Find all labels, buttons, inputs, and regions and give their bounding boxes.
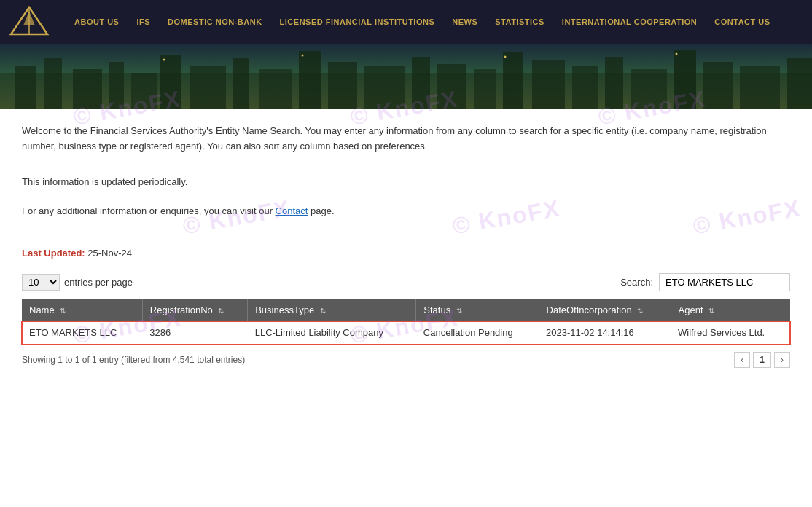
intro-paragraph-3: For any additional information or enquir… [22,204,790,219]
search-control: Search: [620,273,790,291]
table-cell: Cancellation Pending [416,321,539,345]
svg-rect-17 [412,57,430,109]
showing-text: Showing 1 to 1 of 1 entry (filtered from… [22,355,245,365]
svg-rect-14 [299,51,321,109]
pagination: ‹ 1 › [734,352,790,368]
nav-item-about[interactable]: ABOUT US [66,0,128,44]
sort-icon-status: ⇅ [456,307,462,315]
table-header-row: Name ⇅ RegistrationNo ⇅ BusinessType ⇅ S… [22,299,790,321]
navbar: ABOUT US IFS DOMESTIC NON-BANK LICENSED … [0,0,812,44]
svg-rect-8 [109,62,124,109]
nav-item-ifs[interactable]: IFS [128,0,159,44]
nav-item-statistics[interactable]: STATISTICS [486,0,553,44]
col-registration[interactable]: RegistrationNo ⇅ [142,299,247,321]
svg-point-29 [163,59,165,61]
table-cell: ETO MARKETS LLC [22,321,142,345]
table-row[interactable]: ETO MARKETS LLC3286LLC-Limited Liability… [22,321,790,345]
sort-icon-biz: ⇅ [320,307,326,315]
table-controls: 10 25 50 100 entries per page Search: [22,273,790,291]
svg-rect-24 [631,69,667,109]
logo[interactable] [7,4,51,40]
col-name[interactable]: Name ⇅ [22,299,142,321]
svg-rect-27 [740,66,780,109]
last-updated-date: 25-Nov-24 [87,248,132,259]
next-page-button[interactable]: › [774,352,790,368]
svg-rect-15 [328,62,357,109]
sort-icon-agent: ⇅ [708,307,714,315]
intro-paragraph-2: This information is updated periodically… [22,176,790,187]
entries-select[interactable]: 10 25 50 100 [22,274,60,291]
svg-rect-16 [364,66,405,109]
nav-item-news[interactable]: NEWS [443,0,486,44]
nav-item-intl[interactable]: INTERNATIONAL COOPERATION [553,0,706,44]
svg-rect-20 [503,52,523,109]
svg-rect-25 [674,50,696,109]
svg-rect-13 [259,69,292,109]
nav-menu: ABOUT US IFS DOMESTIC NON-BANK LICENSED … [66,0,805,44]
current-page-button[interactable]: 1 [753,352,771,368]
svg-rect-22 [572,66,598,109]
svg-rect-11 [190,66,226,109]
entries-per-page-control: 10 25 50 100 entries per page [22,274,133,291]
intro-paragraph-1: Welcome to the Financial Services Author… [22,124,790,154]
sort-icon-name: ⇅ [60,307,66,315]
svg-rect-9 [131,73,157,109]
prev-page-button[interactable]: ‹ [734,352,750,368]
nav-item-licensed[interactable]: LICENSED FINANCIAL INSTITUTIONS [271,0,444,44]
svg-rect-28 [787,58,812,109]
table-cell: Wilfred Services Ltd. [671,321,790,345]
table-cell: LLC-Limited Liability Company [248,321,416,345]
svg-rect-5 [15,66,36,109]
svg-rect-7 [73,69,102,109]
table-cell: 3286 [142,321,247,345]
svg-rect-21 [532,60,565,109]
col-date[interactable]: DateOfIncorporation ⇅ [539,299,671,321]
nav-item-domestic[interactable]: DOMESTIC NON-BANK [159,0,271,44]
svg-rect-6 [44,58,62,109]
table-cell: 2023-11-02 14:14:16 [539,321,671,345]
svg-rect-12 [233,58,249,109]
contact-link[interactable]: Contact [276,205,308,216]
nav-item-contact[interactable]: CONTACT US [706,0,778,44]
last-updated-label: Last Updated: [22,248,85,259]
svg-rect-23 [605,57,623,109]
main-content: Welcome to the Financial Services Author… [0,109,812,382]
search-label: Search: [620,277,653,288]
col-status[interactable]: Status ⇅ [416,299,539,321]
col-agent[interactable]: Agent ⇅ [671,299,790,321]
svg-point-31 [504,56,507,58]
svg-rect-26 [703,62,733,109]
svg-point-30 [302,55,304,57]
entity-table: Name ⇅ RegistrationNo ⇅ BusinessType ⇅ S… [22,299,790,345]
svg-rect-18 [437,64,466,109]
col-business-type[interactable]: BusinessType ⇅ [248,299,416,321]
search-input[interactable] [659,273,790,291]
entries-label: entries per page [64,277,133,288]
sort-icon-date: ⇅ [637,307,643,315]
table-footer: Showing 1 to 1 of 1 entry (filtered from… [22,352,790,368]
svg-rect-19 [474,69,496,109]
hero-image [0,44,812,109]
sort-icon-reg: ⇅ [218,307,224,315]
svg-rect-10 [160,55,181,109]
svg-point-32 [676,53,678,55]
last-updated: Last Updated: 25-Nov-24 [22,248,790,259]
